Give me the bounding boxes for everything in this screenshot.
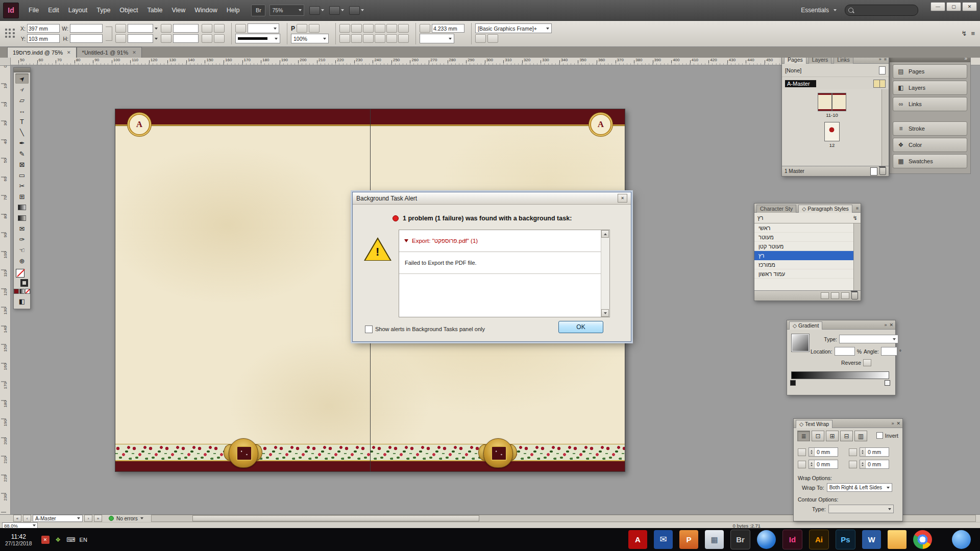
folder-icon[interactable] bbox=[888, 530, 906, 549]
dropdown-caret-icon[interactable] bbox=[155, 28, 158, 30]
width-field[interactable] bbox=[70, 24, 103, 33]
gradient-stop[interactable] bbox=[885, 380, 890, 386]
y-position-field[interactable] bbox=[27, 34, 60, 43]
jump-next-column-button[interactable]: ▥ bbox=[854, 431, 867, 441]
dock-pages[interactable]: ▤ Pages bbox=[893, 64, 967, 79]
delete-page-button[interactable] bbox=[879, 167, 886, 175]
gradient-feather-tool[interactable] bbox=[15, 213, 29, 223]
taskbar-clock[interactable]: 11:42 27/12/2018 bbox=[0, 533, 37, 546]
dock-swatches[interactable]: ▦ Swatches bbox=[893, 154, 967, 168]
apply-gradient-button[interactable] bbox=[19, 289, 24, 294]
pen-tool[interactable]: ✒ bbox=[15, 138, 29, 148]
close-panel-icon[interactable]: ✕ bbox=[889, 322, 893, 328]
distribute-left-button[interactable] bbox=[339, 34, 350, 43]
rectangle-tool[interactable]: ▭ bbox=[15, 170, 29, 180]
style-item[interactable]: ממורכז bbox=[754, 260, 854, 269]
gap-tool[interactable]: ↔ bbox=[15, 106, 29, 116]
menu-file[interactable]: File bbox=[24, 0, 43, 20]
rotate-90-cw-button[interactable] bbox=[202, 24, 212, 33]
expander-icon[interactable] bbox=[404, 239, 408, 242]
list-scrollbar[interactable] bbox=[601, 230, 609, 317]
scale-x-field[interactable] bbox=[128, 24, 153, 33]
distribute-center-button[interactable] bbox=[351, 34, 362, 43]
close-panel-icon[interactable]: ✕ bbox=[896, 421, 900, 426]
last-spread-button[interactable]: » bbox=[94, 515, 102, 522]
line-tool[interactable]: ╲ bbox=[15, 127, 29, 137]
rotate-90-ccw-button[interactable] bbox=[214, 24, 225, 33]
mail-icon[interactable]: ✉ bbox=[654, 530, 673, 549]
hand-tool[interactable]: ☜ bbox=[15, 245, 29, 255]
jump-object-button[interactable]: ⊟ bbox=[840, 431, 853, 441]
master-row-none[interactable]: [None] bbox=[782, 64, 889, 77]
flip-horizontal-button[interactable] bbox=[202, 34, 212, 43]
note-tool[interactable]: ✉ bbox=[15, 223, 29, 234]
previous-spread-button[interactable]: ‹ bbox=[23, 515, 31, 522]
effects-fx-button[interactable] bbox=[297, 24, 307, 33]
menu-help[interactable]: Help bbox=[222, 0, 244, 20]
zoom-level-select[interactable]: 75% bbox=[270, 5, 304, 16]
pages-scrollbar[interactable] bbox=[881, 89, 889, 166]
contour-type-select[interactable] bbox=[828, 505, 894, 513]
control-panel-menu-icon[interactable]: ≡ bbox=[971, 30, 975, 37]
distribute-bottom-button[interactable] bbox=[398, 34, 409, 43]
top-offset-field[interactable]: 0 mm bbox=[808, 447, 838, 457]
language-indicator[interactable]: EN bbox=[80, 537, 87, 543]
reference-point-proxy[interactable] bbox=[5, 29, 15, 39]
minimize-button[interactable]: — bbox=[930, 2, 945, 11]
distribute-right-button[interactable] bbox=[363, 34, 374, 43]
apply-none-button[interactable] bbox=[25, 289, 30, 294]
text-wrap-none-button[interactable] bbox=[475, 34, 486, 43]
styles-scrollbar[interactable] bbox=[853, 223, 861, 291]
style-item[interactable]: עמוד ראשון bbox=[754, 269, 854, 279]
location-field[interactable] bbox=[835, 347, 855, 356]
show-alerts-checkbox[interactable] bbox=[365, 325, 373, 333]
collapse-panel-icon[interactable]: » bbox=[891, 421, 894, 426]
tray-keyboard-icon[interactable]: ⌨ bbox=[67, 536, 75, 544]
angle-field[interactable] bbox=[881, 347, 897, 356]
flip-vertical-button[interactable] bbox=[214, 34, 225, 43]
scrollbar-thumb[interactable] bbox=[192, 515, 479, 521]
vertical-ruler[interactable]: 0102030405060708090100110120130140150160… bbox=[0, 65, 11, 514]
style-item[interactable]: מעוטר קטן bbox=[754, 242, 854, 251]
bridge-icon[interactable]: Br bbox=[730, 530, 750, 549]
view-options-button[interactable] bbox=[309, 6, 324, 15]
screen-mode-menu-button[interactable] bbox=[329, 6, 344, 15]
align-top-button[interactable] bbox=[375, 24, 385, 33]
corner-shape-select[interactable] bbox=[420, 34, 454, 43]
gradient-ramp[interactable] bbox=[791, 371, 889, 379]
bounding-box-wrap-button[interactable]: ⊡ bbox=[812, 431, 824, 441]
new-page-button[interactable] bbox=[870, 167, 877, 176]
align-left-button[interactable] bbox=[339, 24, 350, 33]
object-style-select[interactable]: [Basic Graphics Frame]+ bbox=[475, 23, 552, 33]
gradient-swatch-tool[interactable] bbox=[15, 202, 29, 212]
tab-character-styles[interactable]: Character Sty bbox=[756, 205, 796, 213]
panel-grip[interactable] bbox=[14, 68, 30, 72]
chrome-icon[interactable] bbox=[913, 530, 932, 549]
page-tool[interactable]: ▱ bbox=[15, 95, 29, 105]
close-tab-icon[interactable]: ✕ bbox=[132, 50, 136, 55]
workspace-switcher[interactable]: Essentials bbox=[799, 5, 839, 15]
menu-table[interactable]: Table bbox=[142, 0, 167, 20]
tray-app-icon[interactable]: ❖ bbox=[54, 536, 62, 544]
text-wrap-bbox-button[interactable] bbox=[487, 34, 498, 43]
corner-radius-field[interactable] bbox=[432, 24, 464, 33]
menu-view[interactable]: View bbox=[167, 0, 190, 20]
object-shape-wrap-button[interactable]: ⊞ bbox=[826, 431, 839, 441]
pencil-tool[interactable]: ✎ bbox=[15, 148, 29, 159]
gradient-type-select[interactable] bbox=[839, 335, 898, 343]
error-item[interactable]: Export: "פרוספקט.pdf" (1) bbox=[399, 230, 609, 252]
visibility-eye-button[interactable] bbox=[309, 24, 320, 33]
rotation-angle-field[interactable] bbox=[173, 24, 199, 33]
wrap-to-select[interactable]: Both Right & Left Sides bbox=[827, 483, 892, 492]
collapse-panel-icon[interactable]: » bbox=[884, 322, 887, 328]
close-tab-icon[interactable]: ✕ bbox=[67, 50, 71, 55]
powerpoint-icon[interactable]: P bbox=[679, 530, 698, 549]
align-center-button[interactable] bbox=[351, 24, 362, 33]
gradient-stop[interactable] bbox=[790, 380, 796, 386]
scroll-up-icon[interactable] bbox=[601, 230, 609, 238]
first-spread-button[interactable]: « bbox=[13, 515, 21, 522]
quick-apply-icon[interactable]: ↯ bbox=[853, 215, 857, 221]
menu-window[interactable]: Window bbox=[190, 0, 222, 20]
constrain-proportions-icon[interactable] bbox=[106, 27, 112, 41]
style-item[interactable]: מעוטר bbox=[754, 233, 854, 242]
